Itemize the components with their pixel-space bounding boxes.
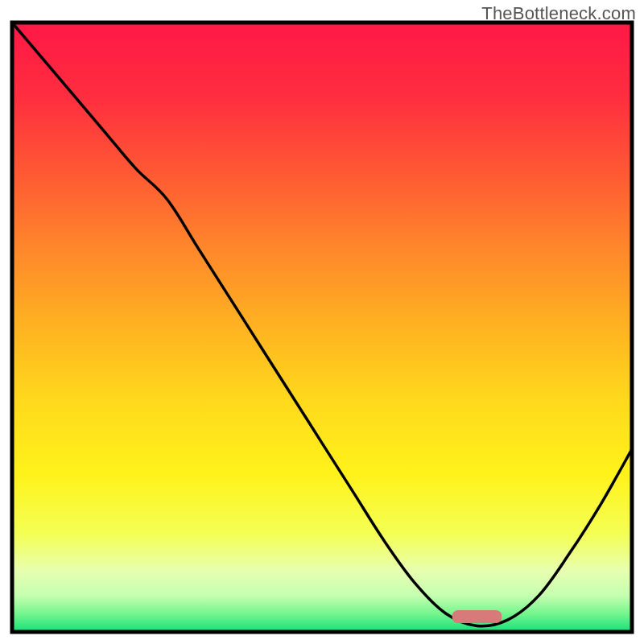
- optimal-marker: [452, 610, 502, 623]
- plot-area: [12, 23, 632, 632]
- bottleneck-chart: [0, 0, 644, 644]
- watermark-text: TheBottleneck.com: [481, 3, 636, 24]
- chart-container: TheBottleneck.com: [0, 0, 644, 644]
- gradient-background: [12, 23, 632, 632]
